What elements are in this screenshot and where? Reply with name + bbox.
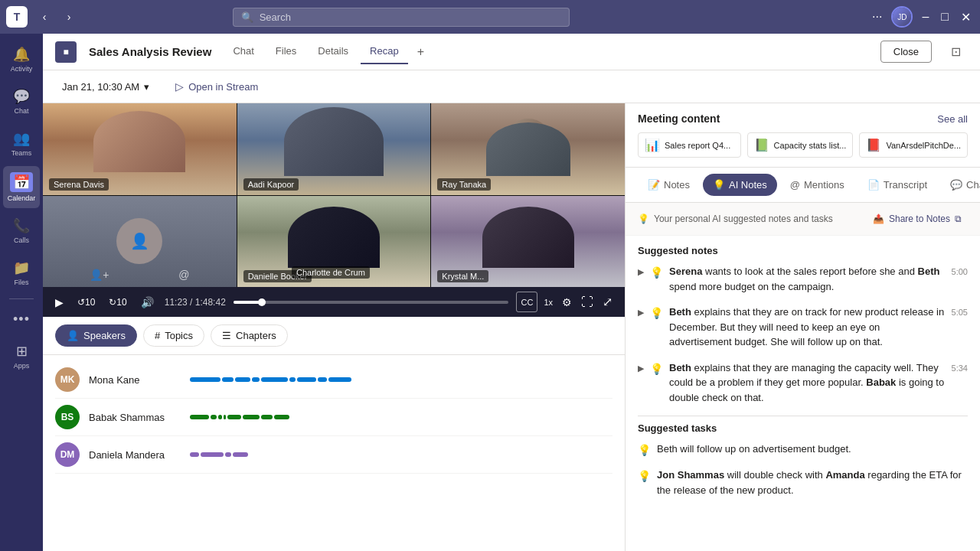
tl-seg <box>227 415 241 419</box>
video-cell-krystal[interactable]: Krystal M... <box>431 196 625 288</box>
speaker-name-mona: Mona Kane <box>89 374 181 386</box>
settings-button[interactable]: ⚙ <box>559 292 575 312</box>
file-vanasdel-pitch[interactable]: 📕 VanArsdelPitchDe... <box>859 132 968 158</box>
rewind-button[interactable]: ↺10 <box>74 294 98 311</box>
notes-divider <box>638 416 968 416</box>
notes-tab-mentions[interactable]: @ Mentions <box>780 174 854 196</box>
chapters-tab[interactable]: ☰ Chapters <box>211 324 288 347</box>
user-avatar[interactable]: JD <box>891 6 913 28</box>
volume-button[interactable]: 🔊 <box>138 293 157 311</box>
tl-seg <box>274 415 289 419</box>
tl-seg <box>225 452 231 457</box>
sidebar-item-calls[interactable]: 📞 Calls <box>3 211 40 250</box>
tl-seg <box>297 377 316 382</box>
see-all-link[interactable]: See all <box>937 113 968 125</box>
chapters-icon: ☰ <box>222 330 231 341</box>
bulb-small-icon: 💡 <box>638 214 649 224</box>
content-files: 📊 Sales report Q4... 📗 Capacity stats li… <box>638 132 968 158</box>
video-cell-aadi[interactable]: Aadi Kapoor <box>237 103 431 195</box>
sidebar-item-chat[interactable]: 💬 Chat <box>3 82 40 121</box>
avatar-mona: MK <box>55 367 80 392</box>
layout-toggle-button[interactable]: ⛶ <box>578 292 596 312</box>
nav-controls: ‹ › <box>34 6 80 28</box>
video-cell-4[interactable]: 👤 👤+ @ <box>43 196 237 288</box>
search-bar[interactable]: 🔍 <box>233 8 570 27</box>
share-notes-button[interactable]: 📤 Share to Notes ⧉ <box>867 210 968 227</box>
word-icon: 📕 <box>866 138 881 152</box>
open-stream-button[interactable]: ▷ Open in Stream <box>168 77 265 96</box>
speaker-row-babak: BS Babak Shammas <box>55 399 612 436</box>
apps-icon: ⊞ <box>16 343 28 360</box>
task-text-1: Beth will follow up on advertisement bud… <box>657 442 968 458</box>
sidebar-item-files[interactable]: 📁 Files <box>3 253 40 292</box>
add-tab-button[interactable]: + <box>411 42 430 62</box>
tl-seg <box>261 415 273 419</box>
app-logo: T <box>6 6 28 28</box>
forward-button[interactable]: › <box>58 6 80 28</box>
avatar-image: JD <box>893 8 911 26</box>
video-cell-ray[interactable]: Ray Tanaka <box>431 103 625 195</box>
tab-recap[interactable]: Recap <box>361 39 408 64</box>
forward-button[interactable]: ↻10 <box>106 294 129 311</box>
date-selector[interactable]: Jan 21, 10:30 AM ▾ <box>55 77 156 96</box>
file-name-1: Sales report Q4... <box>665 141 730 150</box>
participant-name-aadi: Aadi Kapoor <box>243 178 299 191</box>
search-icon: 🔍 <box>241 11 253 23</box>
task-bulb-2: 💡 <box>638 468 651 497</box>
play-pause-button[interactable]: ▶ <box>52 293 67 311</box>
note-time-3: 5:34 <box>952 360 968 406</box>
close-meeting-button[interactable]: Close <box>880 41 932 63</box>
close-window-button[interactable]: ✕ <box>958 7 974 28</box>
back-button[interactable]: ‹ <box>34 6 55 28</box>
app-layout: 🔔 Activity 💬 Chat 👥 Teams 📅 Calendar 📞 C… <box>0 34 980 551</box>
cc-button[interactable]: CC <box>516 292 537 312</box>
notes-content: 💡 Your personal AI suggested notes and t… <box>626 203 980 551</box>
chat-tab-icon: 💬 <box>950 179 962 191</box>
participant-name-serena: Serena Davis <box>49 178 109 191</box>
more-options-button[interactable]: ··· <box>869 7 885 27</box>
file-capacity-stats[interactable]: 📗 Capacity stats list... <box>747 132 854 158</box>
mentions-icon: @ <box>790 179 800 191</box>
file-sales-report[interactable]: 📊 Sales report Q4... <box>638 132 741 158</box>
tl-seg <box>190 377 220 382</box>
search-input[interactable] <box>260 11 561 23</box>
tab-chat[interactable]: Chat <box>224 39 263 64</box>
speakers-tab[interactable]: 👤 Speakers <box>55 324 137 347</box>
task-bulb-1: 💡 <box>638 442 651 458</box>
tl-seg <box>201 452 224 457</box>
speaker-name-daniela: Daniela Mandera <box>89 449 181 461</box>
topics-tab[interactable]: # Topics <box>143 324 204 347</box>
notes-body: Suggested notes ▶ 💡 Serena wants to look… <box>626 236 980 516</box>
progress-bar[interactable] <box>234 301 509 304</box>
chat-sidebar-icon: 💬 <box>13 88 30 105</box>
expand-arrow-2[interactable]: ▶ <box>638 306 644 350</box>
expand-arrow-1[interactable]: ▶ <box>638 266 644 294</box>
note-time-2: 5:05 <box>952 305 968 350</box>
sidebar-item-teams[interactable]: 👥 Teams <box>3 124 40 163</box>
speed-button[interactable]: 1x <box>541 292 556 312</box>
video-cell-serena[interactable]: Serena Davis <box>43 103 237 195</box>
meeting-title: Sales Analysis Review <box>89 45 211 58</box>
note-text-3: Beth explains that they are managing the… <box>669 360 946 406</box>
maximize-button[interactable]: □ <box>938 7 952 27</box>
layout-button[interactable]: ⊡ <box>944 39 968 64</box>
sidebar-item-apps[interactable]: ⊞ Apps <box>3 337 40 376</box>
file-name-2: Capacity stats list... <box>774 141 847 150</box>
expand-arrow-3[interactable]: ▶ <box>638 362 644 406</box>
notes-tab-notes[interactable]: 📝 Notes <box>638 174 700 196</box>
notes-tab-chat[interactable]: 💬 Chat <box>940 174 980 196</box>
sidebar-item-more[interactable]: ••• <box>3 305 40 334</box>
notes-tab-ai[interactable]: 💡 AI Notes <box>703 174 777 196</box>
notes-tab-transcript[interactable]: 📄 Transcript <box>858 174 937 196</box>
video-right-controls: CC 1x ⚙ ⛶ ⤢ <box>516 292 616 312</box>
tab-files[interactable]: Files <box>266 39 305 64</box>
meeting-icon: ■ <box>55 41 77 63</box>
sidebar-item-calendar[interactable]: 📅 Calendar <box>3 166 40 208</box>
timeline-babak <box>190 414 612 420</box>
minimize-button[interactable]: – <box>919 7 932 27</box>
more-icon: ••• <box>13 311 30 328</box>
tab-details[interactable]: Details <box>309 39 358 64</box>
sidebar-item-activity[interactable]: 🔔 Activity <box>3 40 40 79</box>
fullscreen-button[interactable]: ⤢ <box>599 292 616 312</box>
speakers-list: MK Mona Kane <box>43 355 625 551</box>
